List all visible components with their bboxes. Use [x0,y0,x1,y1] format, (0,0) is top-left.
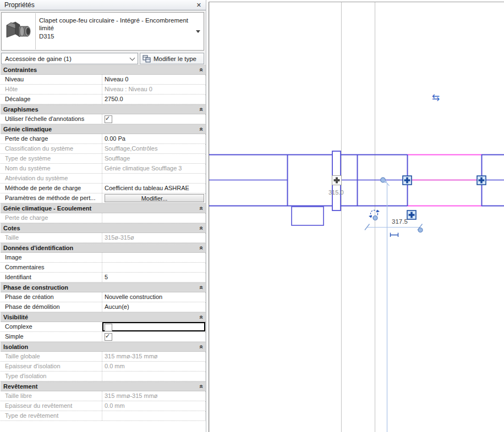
type-dropdown-arrow-icon[interactable] [196,30,200,33]
group-header-revetement[interactable]: Revêtement« [1,381,206,391]
property-value-cell[interactable] [102,263,205,272]
property-value-cell[interactable] [102,372,205,381]
collapse-chevron-icon[interactable]: « [199,68,205,72]
property-value-cell[interactable] [102,253,205,262]
family-name-line1: Clapet coupe-feu circulaire - Intégré - … [39,16,193,24]
dimension-style-icon[interactable] [391,233,398,237]
property-value-cell[interactable]: 0.0 mm [102,401,205,411]
group-header-isolation[interactable]: Isolation« [1,342,206,352]
property-value: 0.00 Pa [105,135,125,142]
property-value-cell[interactable]: 0.0 mm [102,362,205,371]
element-filter-combobox[interactable]: Accessoire de gaine (1) [1,53,138,64]
property-value-cell[interactable]: Niveau 0 [102,75,205,84]
collapse-chevron-icon[interactable]: « [199,315,205,319]
property-value-cell[interactable]: 5 [102,273,205,282]
property-value-cell[interactable]: Nouvelle construction [102,292,205,302]
property-label: Paramètres de méthode de pert... [1,193,102,203]
property-value-cell[interactable]: Niveau : Niveau 0 [102,85,205,94]
property-row-epaisseur-du-revetement: Epaisseur du revêtement0.0 mm [1,401,206,411]
group-header-genie-climatique-ecoulement[interactable]: Génie climatique - Ecoulement« [1,203,206,213]
property-row-complexe: Complexe [1,322,206,332]
group-header-visibilite[interactable]: Visibilité« [1,312,206,322]
collapse-chevron-icon[interactable]: « [199,246,205,250]
flip-arrows-icon[interactable]: ⇆ [432,92,440,103]
duct-run[interactable] [209,154,504,225]
property-value: 0.0 mm [105,402,125,409]
property-label: Complexe [1,322,102,331]
property-value-cell[interactable]: Aucun(e) [102,302,205,312]
group-header-label: Visibilité [3,314,28,320]
property-label: Perte de charge [1,213,102,223]
property-label: Simple [1,332,102,341]
collapse-chevron-icon[interactable]: « [199,207,205,211]
property-label: Identifiant [1,273,102,282]
checkbox-complexe[interactable] [105,324,112,331]
checkbox-utiliser-l-echelle-d-annotations[interactable] [105,115,112,123]
move-grip[interactable] [332,176,342,185]
group-header-graphismes[interactable]: Graphismes« [1,104,206,114]
property-value: Nouvelle construction [105,293,162,300]
group-header-label: Génie climatique - Ecoulement [3,205,91,212]
property-row-perte-de-charge: Perte de charge0.00 Pa [1,134,206,144]
property-value-cell[interactable]: 0.00 Pa [102,134,205,143]
property-label: Perte de charge [1,134,102,143]
type-name: D315 [39,32,193,40]
edit-type-button[interactable]: Modifier le type [140,53,204,64]
collapse-chevron-icon[interactable]: « [199,286,205,290]
property-value: Niveau : Niveau 0 [105,86,152,92]
connector-grip-1[interactable] [403,176,412,185]
dimension-end-dot[interactable] [418,228,423,232]
property-label: Taille libre [1,391,102,401]
property-row-type-d-isolation: Type d'isolation [1,372,206,381]
property-label: Image [1,253,102,262]
collapse-chevron-icon[interactable]: « [199,128,205,131]
property-value: Niveau 0 [105,76,128,82]
property-value-cell[interactable] [102,411,205,420]
property-value-cell[interactable] [102,174,205,183]
dimension-value-offset[interactable]: 317.5 [392,218,408,225]
checkbox-simple[interactable] [105,333,112,341]
duct-branch-tap[interactable] [292,207,324,225]
group-header-cotes[interactable]: Cotes« [1,223,206,233]
property-value-cell[interactable]: 315ø-315ø [102,233,205,242]
connector-grip-3[interactable] [407,211,416,219]
rotate-control-icon[interactable] [369,210,380,220]
group-header-phase-de-construction[interactable]: Phase de construction« [1,283,206,292]
group-header-donnees-d-identification[interactable]: Données d'identification« [1,243,206,253]
property-value: Soufflage [105,155,130,162]
property-value: 5 [105,274,108,280]
property-value-cell[interactable]: Génie climatique Soufflage 3 [102,164,205,173]
property-value-cell[interactable]: 315 mmø-315 mmø [102,352,205,361]
property-row-parametres-de-methode-de-pert: Paramètres de méthode de pert...Modifier… [1,193,206,203]
collapse-chevron-icon[interactable]: « [199,385,205,389]
group-header-label: Revêtement [3,383,37,390]
property-value: 2750.0 [105,96,123,102]
property-value-cell[interactable]: Coefficient du tableau ASHRAE [102,184,205,193]
property-value-cell[interactable] [102,213,205,223]
property-value-cell [102,114,205,124]
modify-button[interactable]: Modifier... [105,194,204,202]
property-row-nom-du-systeme: Nom du systèmeGénie climatique Soufflage… [1,164,206,174]
property-value-cell[interactable]: 2750.0 [102,95,205,104]
property-row-phase-de-demolition: Phase de démolitionAucun(e) [1,302,206,312]
connector-grip-2[interactable] [477,176,486,185]
property-label: Abréviation du système [1,174,102,183]
properties-panel: Propriétés ✕ Clapet coupe-feu circulaire… [0,0,206,432]
close-icon[interactable]: ✕ [196,2,201,8]
collapse-chevron-icon[interactable]: « [199,226,205,230]
property-value-cell[interactable]: 315 mmø-315 mmø [102,391,205,401]
collapse-chevron-icon[interactable]: « [199,345,205,349]
plan-view: ⇆ 317.5 315.0 [209,0,504,432]
group-header-contraintes[interactable]: Contraintes« [1,65,206,75]
property-value-cell[interactable]: Soufflage,Contrôles [102,144,205,153]
property-value-cell[interactable]: Soufflage [102,154,205,163]
property-label: Type d'isolation [1,372,102,381]
type-selector[interactable]: Clapet coupe-feu circulaire - Intégré - … [1,12,204,51]
drawing-canvas[interactable]: ⇆ 317.5 315.0 [209,0,504,432]
property-row-type-de-systeme: Type de systèmeSoufflage [1,154,206,164]
collapse-chevron-icon[interactable]: « [199,108,205,112]
panel-titlebar[interactable]: Propriétés ✕ [0,0,206,10]
group-header-genie-climatique[interactable]: Génie climatique« [1,124,206,134]
revit-app: { "window": { "title": "Propriétés" }, "… [0,0,504,432]
property-label: Commentaires [1,263,102,272]
